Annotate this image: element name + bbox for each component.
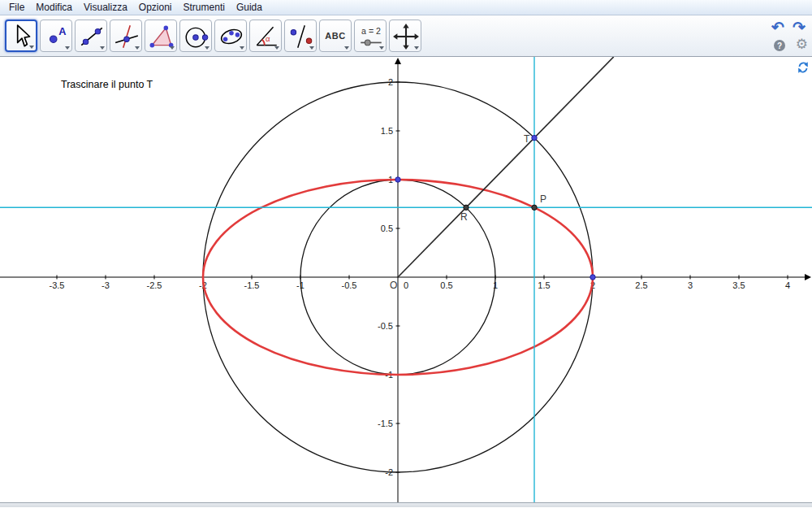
graphics-view[interactable]: -3.5-3-2.5-2-1.5-1-0.50.511.522.533.54-2… <box>0 57 812 502</box>
tool-point-button[interactable]: A <box>40 20 72 52</box>
tool-dropdown-arrow[interactable] <box>205 46 209 50</box>
x-tick-label: 1.5 <box>538 280 550 290</box>
svg-text:a = 2: a = 2 <box>361 26 381 36</box>
menu-item-strumenti[interactable]: Strumenti <box>178 1 231 14</box>
tool-dropdown-arrow[interactable] <box>240 46 244 50</box>
tool-dropdown-arrow[interactable] <box>65 46 70 50</box>
help-button[interactable]: ? <box>774 40 785 51</box>
tool-dropdown-arrow[interactable] <box>29 46 34 49</box>
x-tick-label: 4 <box>785 280 790 290</box>
tool-buttons: A <box>5 20 421 52</box>
tool-dropdown-arrow[interactable] <box>170 46 175 50</box>
tool-angle-button[interactable]: α <box>249 20 282 52</box>
menu-item-file[interactable]: File <box>3 1 30 14</box>
y-tick-label: -1.5 <box>378 419 393 428</box>
tool-reflection-button[interactable] <box>284 20 317 52</box>
tool-move-graphics-view-button[interactable] <box>389 20 421 52</box>
zero-label: 0 <box>404 280 408 290</box>
point-label-T: T <box>524 133 530 145</box>
toolbar: A <box>0 15 812 57</box>
x-tick-label: -2.5 <box>147 280 162 290</box>
point-label-P: P <box>540 193 546 205</box>
x-tick-label: -3.5 <box>50 280 65 290</box>
annotation-text[interactable]: Trascinare il punto T <box>61 79 153 90</box>
point-R[interactable] <box>464 205 469 210</box>
x-tick-label: 2.5 <box>635 280 647 290</box>
y-axis-arrow <box>395 58 401 64</box>
tool-dropdown-arrow[interactable] <box>414 46 419 50</box>
menu-item-visualizza[interactable]: Visualizza <box>78 1 133 14</box>
menu-item-modifica[interactable]: Modifica <box>30 1 78 14</box>
svg-text:A: A <box>58 25 66 37</box>
tool-dropdown-arrow[interactable] <box>379 46 384 50</box>
tool-text-button[interactable]: ABC <box>319 20 352 52</box>
point-label-O: O <box>390 280 397 291</box>
refresh-view-icon[interactable] <box>797 61 810 74</box>
menu-item-opzioni[interactable]: Opzioni <box>133 1 178 14</box>
redo-button[interactable]: ↷ <box>793 20 806 35</box>
tool-line-button[interactable] <box>75 20 107 52</box>
x-tick-label: -1.5 <box>244 280 260 290</box>
x-tick-label: 3 <box>688 280 693 290</box>
tool-conic-button[interactable] <box>214 20 247 52</box>
point-vertex[interactable] <box>395 177 400 182</box>
point-T[interactable] <box>532 135 537 140</box>
menu-item-guida[interactable]: Guida <box>231 1 268 14</box>
x-tick-label: -0.5 <box>342 280 357 290</box>
svg-text:α: α <box>266 34 270 43</box>
bottom-bar <box>0 502 812 507</box>
geogebra-window: File Modifica Visualizza Opzioni Strumen… <box>0 0 812 508</box>
tool-slider-button[interactable]: a = 2 <box>354 20 387 52</box>
tool-perpendicular-line-button[interactable] <box>110 20 142 52</box>
point-P[interactable] <box>532 205 537 210</box>
tool-circle-button[interactable] <box>179 20 212 52</box>
x-tick-label: 0.5 <box>440 280 452 290</box>
settings-gear-icon[interactable]: ⚙ <box>796 37 808 51</box>
tool-dropdown-arrow[interactable] <box>100 46 105 50</box>
x-tick-label: 3.5 <box>732 280 745 290</box>
tool-dropdown-arrow[interactable] <box>274 46 279 50</box>
tool-dropdown-arrow[interactable] <box>309 46 314 50</box>
toolbar-right-controls: ↶ ↷ ? ⚙ <box>760 15 812 57</box>
menu-bar: File Modifica Visualizza Opzioni Strumen… <box>0 0 812 15</box>
undo-button[interactable]: ↶ <box>771 20 784 35</box>
x-axis-arrow <box>805 274 811 280</box>
point-vertex[interactable] <box>590 275 595 280</box>
graphics-canvas[interactable]: -3.5-3-2.5-2-1.5-1-0.50.511.522.533.54-2… <box>0 57 812 502</box>
y-tick-label: 0.5 <box>381 224 393 233</box>
tool-dropdown-arrow[interactable] <box>135 46 140 50</box>
point-label-R: R <box>460 211 468 223</box>
tool-dropdown-arrow[interactable] <box>344 46 349 50</box>
tool-move-button[interactable] <box>5 20 37 52</box>
x-tick-label: -3 <box>102 280 110 290</box>
tool-polygon-button[interactable] <box>145 20 177 52</box>
y-tick-label: -0.5 <box>378 321 393 331</box>
y-tick-label: 1.5 <box>381 126 393 136</box>
